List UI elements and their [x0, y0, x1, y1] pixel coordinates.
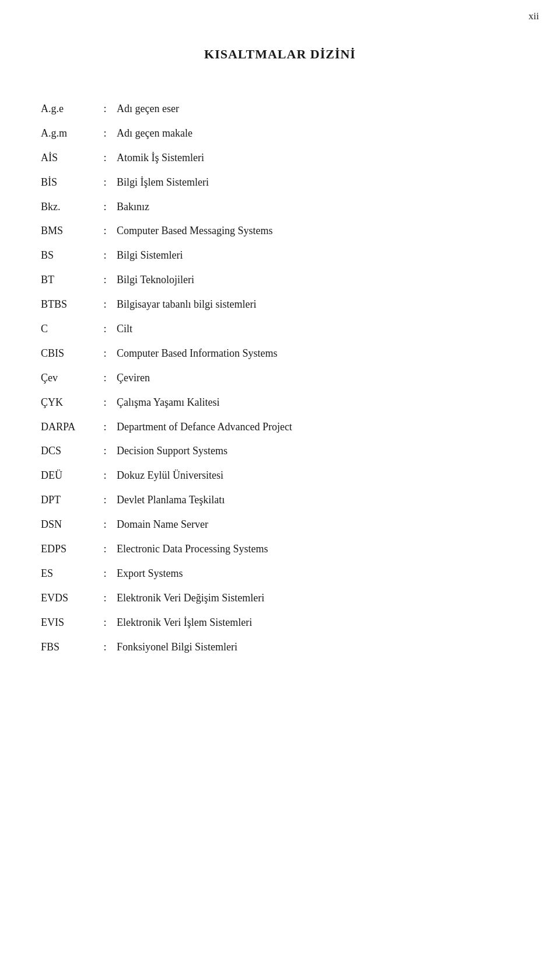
colon-cell: :	[93, 586, 117, 611]
abbr-cell: DSN	[41, 513, 93, 537]
abbr-cell: A.g.e	[41, 97, 93, 121]
colon-cell: :	[93, 635, 117, 660]
colon-cell: :	[93, 415, 117, 440]
abbr-cell: A.g.m	[41, 121, 93, 146]
colon-cell: :	[93, 513, 117, 537]
abbr-cell: ES	[41, 562, 93, 586]
definition-cell: Cilt	[117, 317, 519, 342]
abbr-cell: BMS	[41, 219, 93, 243]
definition-cell: Computer Based Messaging Systems	[117, 219, 519, 243]
definition-cell: Computer Based Information Systems	[117, 342, 519, 366]
abbr-cell: EVDS	[41, 586, 93, 611]
definition-cell: Devlet Planlama Teşkilatı	[117, 488, 519, 513]
page-number: xii	[528, 11, 539, 22]
table-row: C:Cilt	[41, 317, 519, 342]
table-row: AİS:Atomik İş Sistemleri	[41, 146, 519, 170]
colon-cell: :	[93, 391, 117, 415]
abbr-cell: BT	[41, 268, 93, 293]
abbr-cell: BİS	[41, 170, 93, 195]
table-row: CBIS:Computer Based Information Systems	[41, 342, 519, 366]
definition-cell: Bilgi İşlem Sistemleri	[117, 170, 519, 195]
page-title: KISALTMALAR DİZİNİ	[0, 47, 560, 62]
definition-cell: Bilgisayar tabanlı bilgi sistemleri	[117, 293, 519, 317]
definition-cell: Bilgi Teknolojileri	[117, 268, 519, 293]
colon-cell: :	[93, 317, 117, 342]
colon-cell: :	[93, 146, 117, 170]
abbr-cell: DARPA	[41, 415, 93, 440]
colon-cell: :	[93, 268, 117, 293]
table-row: BİS:Bilgi İşlem Sistemleri	[41, 170, 519, 195]
abbr-cell: DPT	[41, 488, 93, 513]
table-row: DEÜ:Dokuz Eylül Üniversitesi	[41, 464, 519, 488]
definition-cell: Çalışma Yaşamı Kalitesi	[117, 391, 519, 415]
table-row: ÇYK:Çalışma Yaşamı Kalitesi	[41, 391, 519, 415]
definition-cell: Export Systems	[117, 562, 519, 586]
definition-cell: Elektronik Veri İşlem Sistemleri	[117, 611, 519, 635]
table-row: A.g.e:Adı geçen eser	[41, 97, 519, 121]
colon-cell: :	[93, 439, 117, 464]
table-row: DSN:Domain Name Server	[41, 513, 519, 537]
definition-cell: Elektronik Veri Değişim Sistemleri	[117, 586, 519, 611]
definition-cell: Department of Defance Advanced Project	[117, 415, 519, 440]
table-row: EDPS:Electronic Data Processing Systems	[41, 537, 519, 562]
table-row: FBS:Fonksiyonel Bilgi Sistemleri	[41, 635, 519, 660]
definition-cell: Domain Name Server	[117, 513, 519, 537]
table-row: DARPA:Department of Defance Advanced Pro…	[41, 415, 519, 440]
abbr-cell: BS	[41, 243, 93, 268]
definition-cell: Decision Support Systems	[117, 439, 519, 464]
abbr-cell: Çev	[41, 366, 93, 391]
abbr-cell: DCS	[41, 439, 93, 464]
definition-cell: Bakınız	[117, 195, 519, 220]
definition-cell: Atomik İş Sistemleri	[117, 146, 519, 170]
definition-cell: Çeviren	[117, 366, 519, 391]
abbr-cell: FBS	[41, 635, 93, 660]
colon-cell: :	[93, 342, 117, 366]
table-row: ES:Export Systems	[41, 562, 519, 586]
table-row: DCS:Decision Support Systems	[41, 439, 519, 464]
abbr-cell: AİS	[41, 146, 93, 170]
colon-cell: :	[93, 464, 117, 488]
table-row: BT:Bilgi Teknolojileri	[41, 268, 519, 293]
colon-cell: :	[93, 195, 117, 220]
definition-cell: Fonksiyonel Bilgi Sistemleri	[117, 635, 519, 660]
table-row: DPT:Devlet Planlama Teşkilatı	[41, 488, 519, 513]
colon-cell: :	[93, 97, 117, 121]
table-row: BS:Bilgi Sistemleri	[41, 243, 519, 268]
colon-cell: :	[93, 293, 117, 317]
colon-cell: :	[93, 243, 117, 268]
table-row: Bkz.:Bakınız	[41, 195, 519, 220]
abbr-cell: EVIS	[41, 611, 93, 635]
definition-cell: Electronic Data Processing Systems	[117, 537, 519, 562]
abbr-cell: DEÜ	[41, 464, 93, 488]
table-row: BTBS:Bilgisayar tabanlı bilgi sistemleri	[41, 293, 519, 317]
abbr-cell: ÇYK	[41, 391, 93, 415]
colon-cell: :	[93, 488, 117, 513]
abbr-cell: C	[41, 317, 93, 342]
table-row: BMS:Computer Based Messaging Systems	[41, 219, 519, 243]
definition-cell: Bilgi Sistemleri	[117, 243, 519, 268]
abbr-cell: Bkz.	[41, 195, 93, 220]
table-row: A.g.m:Adı geçen makale	[41, 121, 519, 146]
abbr-cell: CBIS	[41, 342, 93, 366]
table-row: Çev:Çeviren	[41, 366, 519, 391]
definition-cell: Adı geçen eser	[117, 97, 519, 121]
colon-cell: :	[93, 219, 117, 243]
colon-cell: :	[93, 562, 117, 586]
colon-cell: :	[93, 611, 117, 635]
abbreviations-table: A.g.e:Adı geçen eserA.g.m:Adı geçen maka…	[41, 97, 519, 659]
definition-cell: Adı geçen makale	[117, 121, 519, 146]
abbr-cell: EDPS	[41, 537, 93, 562]
colon-cell: :	[93, 537, 117, 562]
colon-cell: :	[93, 121, 117, 146]
table-row: EVDS:Elektronik Veri Değişim Sistemleri	[41, 586, 519, 611]
definition-cell: Dokuz Eylül Üniversitesi	[117, 464, 519, 488]
colon-cell: :	[93, 170, 117, 195]
abbr-cell: BTBS	[41, 293, 93, 317]
table-row: EVIS:Elektronik Veri İşlem Sistemleri	[41, 611, 519, 635]
colon-cell: :	[93, 366, 117, 391]
